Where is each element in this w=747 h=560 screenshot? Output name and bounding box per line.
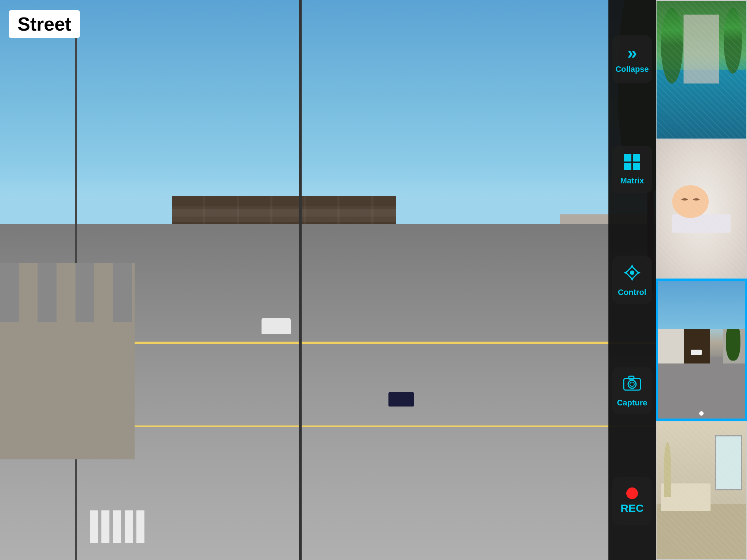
- main-camera-view: Street: [0, 0, 747, 560]
- traffic-pole: [299, 0, 302, 560]
- stripe-overlay-room: [657, 421, 746, 559]
- svg-marker-9: [638, 271, 640, 274]
- crosswalk-stripe: [101, 510, 109, 543]
- svg-rect-2: [624, 163, 631, 170]
- svg-rect-0: [624, 154, 631, 162]
- vehicle-dark: [388, 392, 414, 407]
- crosswalk-stripe: [125, 510, 133, 543]
- control-label: Control: [618, 288, 646, 297]
- rec-label: REC: [620, 502, 643, 514]
- capture-icon: [622, 373, 642, 395]
- crosswalk: [90, 510, 144, 543]
- matrix-label: Matrix: [620, 176, 644, 186]
- svg-point-12: [630, 382, 634, 386]
- svg-point-11: [628, 380, 636, 388]
- vehicle-suv: [262, 318, 291, 334]
- stripe-overlay-baby: [657, 140, 746, 278]
- parking-levels: [0, 263, 135, 322]
- camera-label: Street: [9, 10, 80, 38]
- thumbnail-street[interactable]: [656, 279, 747, 421]
- svg-marker-7: [631, 278, 634, 281]
- collapse-label: Collapse: [615, 65, 649, 74]
- navigation-dot: [699, 411, 704, 416]
- app-container: Street: [0, 0, 747, 560]
- thumbnails-panel: [656, 0, 747, 560]
- capture-label: Capture: [617, 398, 647, 408]
- crosswalk-stripe: [113, 510, 121, 543]
- collapse-icon: »: [627, 44, 637, 62]
- matrix-icon: [623, 153, 641, 173]
- capture-button[interactable]: Capture: [612, 367, 652, 414]
- svg-point-5: [630, 271, 634, 275]
- matrix-button[interactable]: Matrix: [612, 146, 652, 193]
- rec-dot-icon: [626, 487, 638, 499]
- svg-marker-8: [624, 271, 627, 274]
- svg-marker-6: [631, 264, 634, 267]
- thumb-car: [691, 350, 702, 355]
- controls-panel: » Collapse Matrix: [608, 0, 656, 560]
- crosswalk-stripe: [136, 510, 144, 543]
- thumbnail-pool[interactable]: [656, 0, 747, 139]
- rec-button[interactable]: REC: [612, 477, 652, 525]
- thumbnail-room[interactable]: [656, 421, 747, 560]
- thumb-sky: [658, 281, 745, 329]
- ptz-icon: [622, 263, 642, 285]
- crosswalk-stripe: [90, 510, 98, 543]
- thumb-street-road: [658, 357, 745, 419]
- parking-structure: [0, 263, 135, 459]
- svg-rect-13: [629, 376, 634, 379]
- svg-rect-3: [633, 163, 640, 170]
- svg-rect-1: [633, 154, 640, 162]
- ptz-control-button[interactable]: Control: [612, 256, 652, 304]
- thumbnail-baby[interactable]: [656, 139, 747, 279]
- collapse-button[interactable]: » Collapse: [612, 35, 652, 83]
- thumb-street-scene: [658, 281, 745, 419]
- stripe-overlay: [657, 1, 746, 139]
